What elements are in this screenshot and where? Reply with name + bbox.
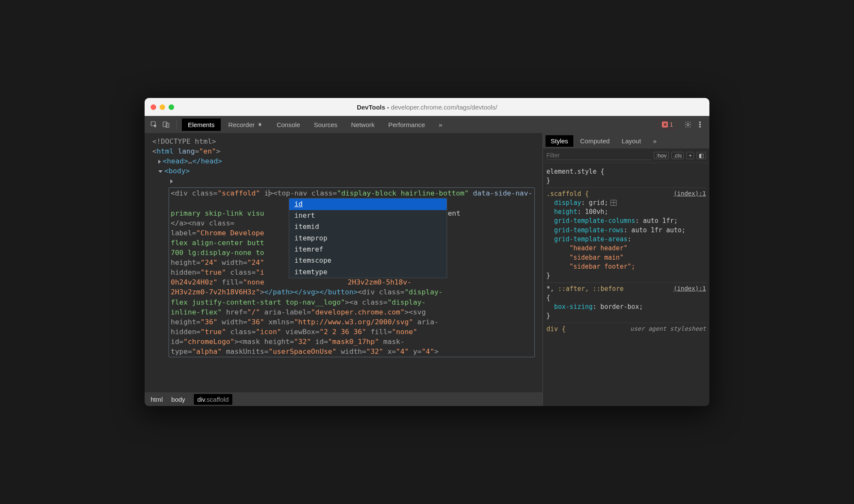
tab-elements[interactable]: Elements (182, 119, 221, 131)
window-titlebar: DevTools - developer.chrome.com/tags/dev… (145, 98, 709, 116)
styles-pane[interactable]: element.style { } (index):1 .scaffold { … (543, 163, 709, 406)
tab-recorder[interactable]: Recorder (222, 119, 269, 131)
autocomplete-item[interactable]: itemprop (289, 233, 447, 244)
style-rule[interactable]: user agent stylesheet div { (546, 323, 706, 335)
tab-computed[interactable]: Computed (575, 135, 615, 147)
kebab-menu-icon[interactable] (695, 119, 705, 130)
autocomplete-item[interactable]: itemid (289, 221, 447, 232)
error-icon: ✕ (662, 122, 668, 127)
svg-point-4 (700, 122, 701, 123)
more-tabs-icon[interactable]: » (433, 119, 448, 131)
autocomplete-item[interactable]: itemref (289, 244, 447, 255)
styles-filter-bar: :hov .cls + ◧ (543, 148, 709, 163)
toolbar-separator (176, 120, 177, 129)
minimize-window-button[interactable] (160, 104, 165, 110)
tab-network[interactable]: Network (345, 119, 380, 131)
breadcrumb-item-active[interactable]: div.scaffold (194, 394, 232, 405)
rule-source-link[interactable]: (index):1 (673, 285, 706, 293)
tab-performance[interactable]: Performance (383, 119, 431, 131)
computed-sidebar-toggle-icon[interactable]: ◧ (697, 152, 706, 159)
autocomplete-item[interactable]: id (289, 199, 447, 210)
selected-dom-node[interactable]: <div class="scaffold" i><top-nav class="… (169, 187, 535, 357)
inspect-icon[interactable] (149, 119, 159, 130)
maximize-window-button[interactable] (169, 104, 174, 110)
tab-styles[interactable]: Styles (546, 135, 573, 147)
attribute-autocomplete[interactable]: id inert itemid itemprop itemref itemsco… (289, 198, 447, 278)
autocomplete-item[interactable]: itemtype (289, 267, 447, 278)
dom-tree[interactable]: <!DOCTYPE html> <html lang="en"> <head>…… (145, 133, 543, 392)
expand-toggle-icon[interactable] (170, 179, 173, 184)
errors-badge[interactable]: ✕ 1 (658, 120, 677, 129)
rule-source-link[interactable]: (index):1 (673, 190, 706, 198)
style-rule[interactable]: (index):1 *, *, ::after, ::before {::aft… (546, 283, 706, 323)
svg-rect-1 (163, 122, 167, 127)
grid-badge-icon[interactable] (611, 200, 617, 206)
style-rule[interactable]: (index):1 .scaffold { display: grid; hei… (546, 188, 706, 283)
styles-filter-input[interactable] (546, 151, 651, 160)
settings-icon[interactable] (683, 119, 693, 130)
dom-breadcrumbs: html body div.scaffold (145, 392, 543, 406)
tab-sources[interactable]: Sources (308, 119, 343, 131)
breadcrumb-item[interactable]: body (171, 396, 185, 403)
svg-point-3 (687, 124, 689, 126)
svg-point-5 (700, 124, 701, 125)
hov-toggle[interactable]: :hov (654, 152, 669, 159)
collapse-toggle-icon[interactable] (158, 170, 163, 173)
rule-selector: element.style { (546, 167, 706, 176)
cls-toggle[interactable]: .cls (671, 152, 684, 159)
window-title: DevTools - developer.chrome.com/tags/dev… (357, 104, 497, 111)
svg-point-6 (700, 126, 701, 127)
autocomplete-item[interactable]: itemscope (289, 255, 447, 266)
main-toolbar: Elements Recorder Console Sources Networ… (145, 116, 709, 133)
doctype-node: <!DOCTYPE html> (152, 137, 216, 145)
tab-layout[interactable]: Layout (617, 135, 646, 147)
breadcrumb-item[interactable]: html (151, 396, 163, 403)
expand-toggle-icon[interactable] (158, 160, 161, 164)
more-tabs-icon[interactable]: » (648, 135, 661, 147)
new-style-rule-button[interactable]: + (686, 152, 694, 159)
style-rule[interactable]: element.style { } (546, 166, 706, 188)
styles-tabbar: Styles Computed Layout » (543, 133, 709, 148)
device-toggle-icon[interactable] (161, 119, 171, 130)
user-agent-label: user agent stylesheet (630, 325, 706, 333)
autocomplete-item[interactable]: inert (289, 210, 447, 221)
close-window-button[interactable] (151, 104, 156, 110)
tab-console[interactable]: Console (270, 119, 306, 131)
